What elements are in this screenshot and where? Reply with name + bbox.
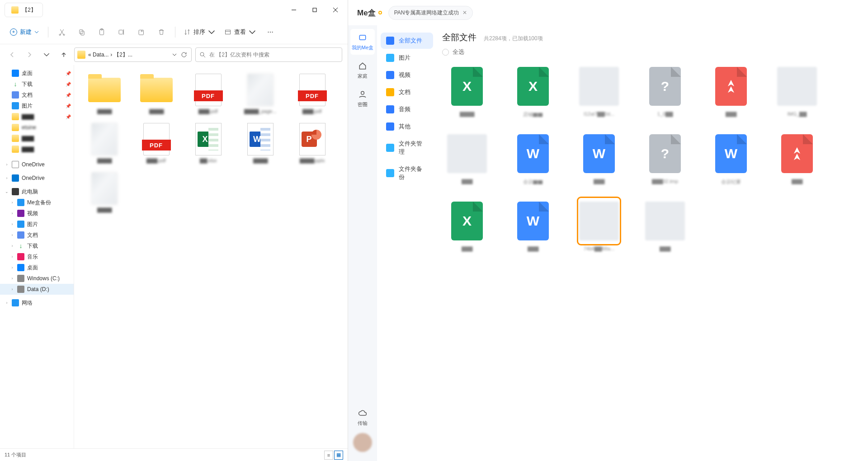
- cat-folder-backup[interactable]: 文件夹备份: [381, 161, 433, 185]
- cloud-file-item[interactable]: ▇▇▇: [442, 132, 492, 185]
- cloud-file-item[interactable]: W▇▇▇: [508, 199, 558, 252]
- copy-button[interactable]: [73, 24, 91, 40]
- share-button[interactable]: [132, 24, 151, 40]
- view-grid-button[interactable]: ▦: [334, 451, 343, 460]
- cloud-file-item[interactable]: W▇▇▇: [574, 132, 624, 185]
- file-item[interactable]: ▇▇▇▇_page...: [236, 71, 284, 116]
- cloud-file-item[interactable]: ▇▇▇: [772, 132, 822, 185]
- cloud-file-item[interactable]: W会议纪要: [706, 132, 756, 185]
- maximize-button[interactable]: [304, 3, 325, 17]
- svg-rect-1: [313, 8, 316, 12]
- cat-audio[interactable]: 音频: [381, 101, 433, 118]
- svg-rect-10: [119, 30, 123, 34]
- avatar[interactable]: [353, 433, 372, 452]
- nav-network[interactable]: ›网络: [0, 297, 74, 308]
- nav-documents[interactable]: 文档📌: [0, 89, 74, 100]
- file-item[interactable]: ▇▇▇▇: [80, 121, 128, 165]
- cat-other[interactable]: 其他: [381, 118, 433, 135]
- minimize-button[interactable]: [283, 3, 304, 17]
- cut-button[interactable]: [53, 24, 71, 40]
- nav-forward-button[interactable]: [23, 48, 36, 61]
- file-item[interactable]: ▇▇▇▇: [80, 170, 128, 215]
- file-item[interactable]: PDF▇▇▇.pdf: [184, 71, 232, 116]
- file-item[interactable]: P▇▇▇▇.pptx: [288, 121, 336, 165]
- nav-desktop[interactable]: 桌面📌: [0, 68, 74, 79]
- sort-button[interactable]: 排序: [180, 25, 219, 39]
- nav-drive-c[interactable]: ›Windows (C:): [0, 273, 74, 284]
- new-button[interactable]: + 新建: [5, 25, 43, 39]
- nav-pinned-folder[interactable]: ▇▇▇: [0, 133, 74, 144]
- nav-onedrive[interactable]: ›OneDrive: [0, 159, 74, 170]
- cloud-file-item[interactable]: W会议▇▇: [508, 132, 558, 185]
- file-item[interactable]: PDF▇▇▇.pdf: [132, 121, 180, 165]
- nav-onedrive-cloud[interactable]: ›OneDrive: [0, 173, 74, 183]
- close-button[interactable]: [325, 3, 346, 17]
- file-item[interactable]: W▇▇▇▇: [236, 121, 284, 165]
- folder-icon: [11, 6, 19, 14]
- header-notice-tab[interactable]: PAN专属高速网络建立成功 ✕: [388, 6, 473, 20]
- chevron-down-icon[interactable]: [172, 52, 177, 57]
- cloud-file-item[interactable]: X▇▇▇: [442, 199, 492, 252]
- nav-downloads[interactable]: ›↓下载: [0, 240, 74, 251]
- nav-back-button[interactable]: [5, 48, 19, 61]
- cat-pictures[interactable]: 图片: [381, 50, 433, 66]
- rail-my-box[interactable]: 我的Me盒: [350, 29, 375, 55]
- app-logo[interactable]: Me盒: [357, 8, 382, 18]
- refresh-button[interactable]: [179, 48, 189, 61]
- file-list[interactable]: ▇▇▇▇▇▇▇▇PDF▇▇▇.pdf▇▇▇▇_page...PDF▇▇▇.pdf…: [74, 65, 348, 448]
- window-tab[interactable]: 【2】: [5, 3, 43, 17]
- cloud-file-grid[interactable]: X▇▇▇▇X店铺▇▇l12at7▇▇0d...?1_0▇▇▇▇▇IMG_▇▇▇▇…: [442, 64, 863, 252]
- nav-drive-d[interactable]: ›Data (D:): [0, 284, 74, 295]
- cloud-file-item[interactable]: ▇▇▇: [706, 64, 756, 118]
- nav-pinned-folder[interactable]: etsine: [0, 122, 74, 133]
- paste-button[interactable]: [93, 24, 111, 40]
- rail-circle[interactable]: 密圈: [350, 86, 375, 112]
- crumb-seg[interactable]: « Data...: [88, 52, 108, 58]
- cloud-file-item[interactable]: ▇▇▇: [640, 199, 690, 252]
- cloud-file-name: 会议▇▇: [508, 179, 558, 185]
- file-item[interactable]: ▇▇▇▇: [132, 71, 180, 116]
- cloud-file-item[interactable]: ?1_0▇▇: [640, 64, 690, 118]
- cat-documents[interactable]: 文档: [381, 84, 433, 100]
- select-all-row[interactable]: 全选: [442, 48, 863, 56]
- cloud-file-item[interactable]: 74b8▇▇68a...: [574, 199, 624, 252]
- cloud-file-item[interactable]: X▇▇▇▇: [442, 64, 492, 118]
- rename-button[interactable]: [113, 24, 131, 40]
- view-details-button[interactable]: ≡: [324, 451, 333, 460]
- address-bar[interactable]: « Data... › 【2】...: [74, 47, 192, 62]
- crumb-seg[interactable]: 【2】...: [114, 51, 132, 59]
- navigation-pane[interactable]: 桌面📌 ↓下载📌 文档📌 图片📌 ▇▇▇📌 etsine ▇▇▇ ▇▇▇ ›On…: [0, 65, 74, 448]
- cloud-file-item[interactable]: l12at7▇▇0d...: [574, 64, 624, 118]
- nav-pictures[interactable]: ›图片: [0, 219, 74, 230]
- nav-music[interactable]: ›音乐: [0, 251, 74, 262]
- chevron-down-icon: [34, 30, 39, 34]
- nav-up-button[interactable]: [57, 48, 71, 61]
- cloud-file-item[interactable]: ?▇▇▇32.tmp: [640, 132, 690, 185]
- rail-family[interactable]: 家庭: [350, 57, 375, 83]
- nav-downloads[interactable]: ↓下载📌: [0, 79, 74, 89]
- cat-all-files[interactable]: 全部文件: [381, 33, 433, 49]
- nav-documents[interactable]: ›文档: [0, 230, 74, 240]
- close-icon[interactable]: ✕: [462, 9, 467, 16]
- cat-folder-manage[interactable]: 文件夹管理: [381, 136, 433, 160]
- checkbox-icon[interactable]: [442, 49, 449, 56]
- more-button[interactable]: [261, 24, 279, 40]
- nav-videos[interactable]: ›视频: [0, 208, 74, 219]
- cloud-file-item[interactable]: IMG_▇▇: [772, 64, 822, 118]
- delete-button[interactable]: [152, 24, 170, 40]
- search-input[interactable]: 在 【2】亿次资料 中搜索: [195, 47, 342, 62]
- nav-recent-button[interactable]: [40, 48, 53, 61]
- nav-mebox-backup[interactable]: ›Me盒备份: [0, 197, 74, 208]
- nav-pinned-folder[interactable]: ▇▇▇: [0, 144, 74, 155]
- cloud-file-item[interactable]: X店铺▇▇: [508, 64, 558, 118]
- file-item[interactable]: X▇▇.xlsx: [184, 121, 232, 165]
- file-item[interactable]: PDF▇▇▇.pdf: [288, 71, 336, 116]
- nav-this-pc[interactable]: ⌄此电脑: [0, 186, 74, 197]
- cat-videos[interactable]: 视频: [381, 67, 433, 83]
- nav-pictures[interactable]: 图片📌: [0, 100, 74, 111]
- view-button[interactable]: 查看: [221, 25, 259, 39]
- rail-transfer[interactable]: 传输: [350, 405, 375, 430]
- nav-pinned-folder[interactable]: ▇▇▇📌: [0, 111, 74, 122]
- nav-desktop[interactable]: ›桌面: [0, 262, 74, 273]
- file-item[interactable]: ▇▇▇▇: [80, 71, 128, 116]
